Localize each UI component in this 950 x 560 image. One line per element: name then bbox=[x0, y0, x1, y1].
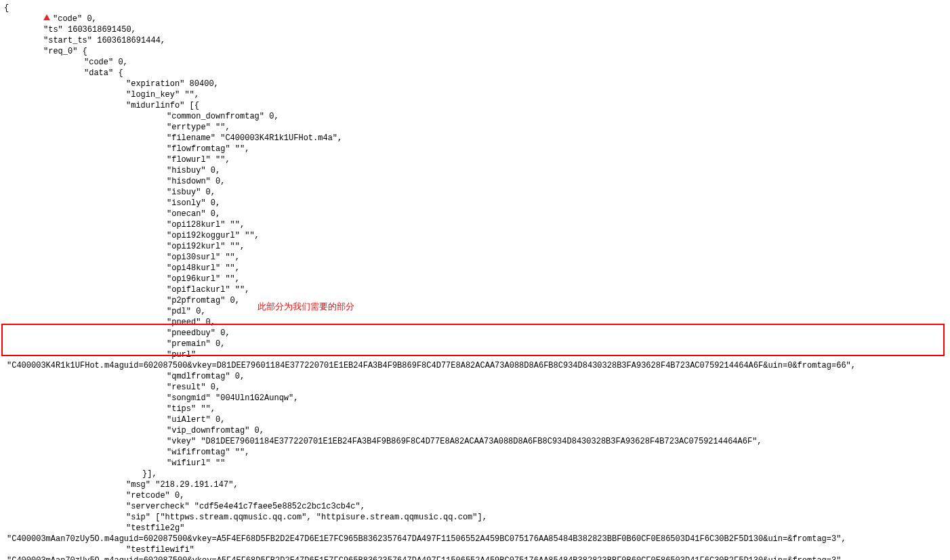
code-line: "req_0" { bbox=[4, 46, 950, 57]
code-line: "isbuy" 0, bbox=[4, 187, 950, 198]
code-line: "opiflackurl" "", bbox=[4, 284, 950, 295]
code-line: "code" 0, bbox=[4, 14, 950, 24]
code-line: "hisbuy" 0, bbox=[4, 165, 950, 176]
code-line: "login_key" "", bbox=[4, 89, 950, 100]
code-line: "common_downfromtag" 0, bbox=[4, 111, 950, 122]
code-line: "tips" "", bbox=[4, 404, 950, 414]
code-line: "data" { bbox=[4, 68, 950, 79]
code-text: "code" 0, bbox=[53, 14, 97, 24]
code-line: "pneed" 0, bbox=[4, 317, 950, 328]
code-line: "songmid" "004Uln1G2Aunqw", bbox=[4, 393, 950, 404]
code-line: "onecan" 0, bbox=[4, 209, 950, 219]
code-line: "premain" 0, bbox=[4, 339, 950, 349]
code-line: "testfile2g" bbox=[4, 523, 950, 534]
code-line: "servercheck" "cdf5e4e41c7faee5e8852c2bc… bbox=[4, 501, 950, 512]
code-line: "sip" ["httpws.stream.qqmusic.qq.com", "… bbox=[4, 512, 950, 523]
code-line: "errtype" "", bbox=[4, 122, 950, 133]
code-line: "p2pfromtag" 0, bbox=[4, 295, 950, 306]
code-line: "hisdown" 0, bbox=[4, 176, 950, 187]
code-line: "wifiurl" "" bbox=[4, 458, 950, 469]
code-line: "pneedbuy" 0, bbox=[4, 328, 950, 339]
code-line: { bbox=[4, 3, 950, 14]
code-line: "flowurl" "", bbox=[4, 154, 950, 165]
code-line: "opi192kurl" "", bbox=[4, 241, 950, 252]
code-line: "result" 0, bbox=[4, 382, 950, 393]
code-line: "wififromtag" "", bbox=[4, 447, 950, 458]
warning-icon bbox=[43, 14, 50, 20]
code-line: "qmdlfromtag" 0, bbox=[4, 371, 950, 382]
code-line: "C400003mAan70zUy5O.m4aguid=602087500&vk… bbox=[4, 555, 950, 560]
code-line: "midurlinfo" [{ bbox=[4, 100, 950, 111]
code-line: "filename" "C400003K4R1k1UFHot.m4a", bbox=[4, 133, 950, 144]
code-line: "opi192koggurl" "", bbox=[4, 230, 950, 241]
code-line: "start_ts" 1603618691444, bbox=[4, 35, 950, 46]
code-line: "C400003mAan70zUy5O.m4aguid=602087500&vk… bbox=[4, 534, 950, 544]
annotation-text: 此部分为我们需要的部分 bbox=[257, 301, 354, 312]
code-line: "opi96kurl" "", bbox=[4, 274, 950, 284]
code-line: "msg" "218.29.191.147", bbox=[4, 479, 950, 490]
code-line: "uiAlert" 0, bbox=[4, 414, 950, 425]
code-line: "pdl" 0, bbox=[4, 306, 950, 317]
json-viewer: { "code" 0, "ts" 1603618691450, "start_t… bbox=[0, 0, 950, 560]
code-line: "vkey" "D81DEE79601184E377220701E1EB24FA… bbox=[4, 436, 950, 447]
code-line: "code" 0, bbox=[4, 57, 950, 68]
code-line: "opi128kurl" "", bbox=[4, 219, 950, 230]
code-line: "expiration" 80400, bbox=[4, 79, 950, 89]
code-line-purl-key: "purl" bbox=[4, 349, 950, 360]
code-line: "flowfromtag" "", bbox=[4, 144, 950, 154]
code-line: "ts" 1603618691450, bbox=[4, 24, 950, 35]
code-line: "testfilewifi" bbox=[4, 544, 950, 555]
code-line: "vip_downfromtag" 0, bbox=[4, 425, 950, 436]
code-line: }], bbox=[4, 469, 950, 479]
code-line-purl-value: "C400003K4R1k1UFHot.m4aguid=602087500&vk… bbox=[4, 360, 950, 371]
code-line: "opi30surl" "", bbox=[4, 252, 950, 263]
code-line: "isonly" 0, bbox=[4, 198, 950, 209]
code-line: "opi48kurl" "", bbox=[4, 263, 950, 274]
code-line: "retcode" 0, bbox=[4, 490, 950, 501]
